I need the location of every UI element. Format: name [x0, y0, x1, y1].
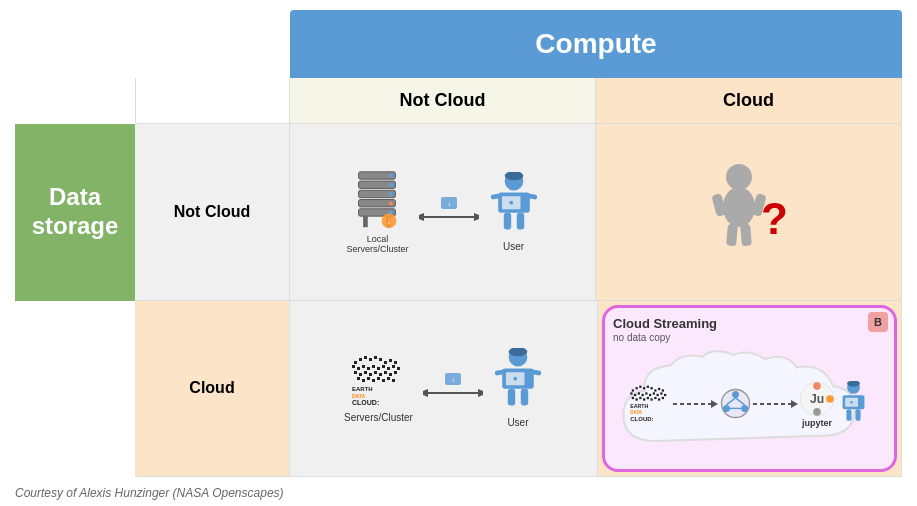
- svg-rect-44: [352, 365, 355, 368]
- data-row-notcloud: Data storage Not Cloud: [15, 124, 902, 301]
- cell-notcloud-notcloud-content: ↓ LocalServers/Cluster ↓: [298, 170, 587, 254]
- svg-rect-69: [387, 377, 390, 380]
- svg-point-7: [389, 192, 393, 196]
- svg-rect-43: [394, 361, 397, 364]
- corner-top-empty: [15, 10, 135, 78]
- svg-rect-92: [647, 385, 649, 387]
- svg-rect-103: [653, 392, 655, 394]
- jupyter-label: jupyter: [802, 418, 832, 428]
- svg-rect-67: [377, 377, 380, 380]
- svg-rect-42: [389, 359, 392, 362]
- cloud-streaming-title: Cloud: [613, 316, 653, 331]
- svg-rect-45: [357, 367, 360, 370]
- svg-rect-47: [367, 367, 370, 370]
- svg-rect-114: [658, 398, 660, 400]
- server-icon: ↓: [352, 170, 402, 230]
- cell-notcloud-notcloud: ↓ LocalServers/Cluster ↓: [290, 124, 596, 301]
- svg-rect-53: [397, 367, 400, 370]
- svg-rect-113: [654, 397, 656, 399]
- row-sublabel-notcloud: Not Cloud: [135, 124, 290, 301]
- svg-marker-129: [791, 400, 798, 408]
- svg-rect-141: [855, 410, 860, 422]
- user-label-top: User: [503, 241, 524, 252]
- cell-cloud-notcloud: EARTH DATA CLOUD: Servers/Cluster ↓: [290, 301, 598, 478]
- svg-rect-115: [662, 397, 664, 399]
- data-node-group: [718, 386, 753, 421]
- subheader-row: Not Cloud Cloud: [15, 78, 902, 124]
- subheader-not-cloud: Not Cloud: [290, 78, 596, 124]
- svg-rect-89: [636, 387, 638, 389]
- svg-rect-51: [387, 367, 390, 370]
- arrow-svg: ↓: [419, 197, 479, 227]
- svg-rect-26: [503, 213, 510, 230]
- svg-rect-106: [664, 394, 666, 396]
- svg-marker-18: [419, 213, 424, 221]
- svg-rect-68: [382, 379, 385, 382]
- svg-point-131: [813, 382, 821, 390]
- svg-rect-104: [657, 394, 659, 396]
- svg-rect-57: [369, 373, 372, 376]
- svg-point-29: [723, 187, 755, 227]
- b-badge: B: [868, 312, 888, 332]
- svg-rect-66: [372, 379, 375, 382]
- data-rows: Data storage Not Cloud: [15, 124, 902, 477]
- cell-cloud-notcloud-content: EARTH DATA CLOUD: Servers/Cluster ↓: [298, 348, 589, 428]
- svg-rect-96: [662, 389, 664, 391]
- svg-point-133: [826, 395, 834, 403]
- svg-rect-112: [651, 398, 653, 400]
- svg-rect-49: [377, 367, 380, 370]
- svg-text:↓: ↓: [447, 199, 451, 208]
- svg-point-5: [389, 173, 393, 177]
- arrow-notcloud: ↓: [419, 197, 479, 227]
- svg-marker-77: [478, 389, 483, 397]
- user-group-top: User: [489, 172, 539, 252]
- arrow-cloud-notcloud: ↓: [423, 373, 483, 403]
- question-mark-person: ?: [709, 162, 789, 262]
- svg-rect-62: [394, 371, 397, 374]
- svg-rect-41: [384, 361, 387, 364]
- cloud-content: EARTH DATA CLOUD:: [613, 345, 886, 464]
- data-row-cloud: Cloud: [15, 301, 902, 478]
- user-group-bottom: User: [493, 348, 543, 428]
- cloud-inner-content: EARTH DATA CLOUD:: [613, 345, 886, 464]
- svg-rect-102: [649, 394, 651, 396]
- svg-rect-56: [364, 371, 367, 374]
- svg-rect-65: [367, 377, 370, 380]
- subheader-corner: [15, 78, 135, 124]
- svg-point-132: [813, 408, 821, 416]
- question-person-svg: ?: [709, 162, 789, 262]
- earthdata-mini-group: EARTH DATA CLOUD:: [628, 383, 673, 425]
- data-storage-label: Data storage: [15, 124, 135, 301]
- row-label-spacer: [15, 301, 135, 478]
- svg-text:CLOUD:: CLOUD:: [630, 416, 653, 422]
- svg-rect-108: [636, 398, 638, 400]
- svg-rect-105: [660, 392, 662, 394]
- dashed-arrow-svg: [673, 394, 718, 414]
- user-mini-icon: [836, 381, 871, 426]
- svg-rect-95: [658, 388, 660, 390]
- svg-point-6: [389, 183, 393, 187]
- svg-text:?: ?: [761, 194, 788, 243]
- svg-rect-54: [354, 371, 357, 374]
- footer-credit: Courtesy of Alexis Hunzinger (NASA Opens…: [0, 482, 917, 506]
- svg-rect-58: [374, 371, 377, 374]
- cell-cloud-cloud: B Cloud Streaming no data copy: [598, 301, 902, 478]
- servers-cluster-label: Servers/Cluster: [344, 412, 413, 423]
- svg-rect-110: [643, 398, 645, 400]
- svg-rect-91: [643, 387, 645, 389]
- svg-point-122: [732, 391, 739, 398]
- svg-rect-32: [726, 223, 738, 246]
- svg-point-83: [513, 377, 517, 381]
- svg-rect-48: [372, 365, 375, 368]
- svg-marker-120: [711, 400, 718, 408]
- svg-rect-111: [647, 397, 649, 399]
- svg-rect-101: [645, 392, 647, 394]
- svg-rect-37: [364, 356, 367, 359]
- svg-rect-38: [369, 358, 372, 361]
- server-group: ↓ LocalServers/Cluster: [346, 170, 408, 254]
- svg-text:↓: ↓: [451, 375, 455, 384]
- user-icon-top: [489, 172, 539, 237]
- svg-rect-33: [740, 223, 752, 246]
- svg-rect-64: [362, 379, 365, 382]
- user-icon-bottom: [493, 348, 543, 413]
